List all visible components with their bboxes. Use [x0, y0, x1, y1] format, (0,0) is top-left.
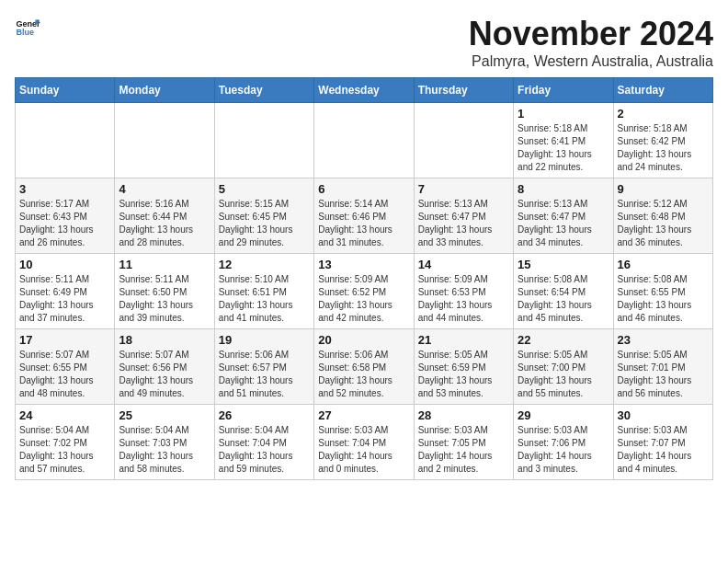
cell-info-text: Sunrise: 5:03 AM Sunset: 7:05 PM Dayligh… — [418, 424, 509, 476]
header: General Blue November 2024 Palmyra, West… — [15, 15, 713, 70]
cell-day-number: 28 — [418, 408, 509, 422]
cell-info-text: Sunrise: 5:09 AM Sunset: 6:52 PM Dayligh… — [318, 273, 409, 325]
calendar-table: Sunday Monday Tuesday Wednesday Thursday… — [15, 77, 713, 480]
cell-info-text: Sunrise: 5:14 AM Sunset: 6:46 PM Dayligh… — [318, 198, 409, 249]
table-row: 25Sunrise: 5:04 AM Sunset: 7:03 PM Dayli… — [115, 405, 214, 480]
title-area: November 2024 Palmyra, Western Australia… — [469, 15, 713, 70]
cell-info-text: Sunrise: 5:04 AM Sunset: 7:04 PM Dayligh… — [219, 424, 310, 476]
calendar-header-row: Sunday Monday Tuesday Wednesday Thursday… — [16, 78, 713, 103]
table-row — [414, 103, 513, 178]
cell-day-number: 23 — [618, 333, 709, 347]
table-row — [214, 103, 313, 178]
calendar-week-row: 17Sunrise: 5:07 AM Sunset: 6:55 PM Dayli… — [16, 329, 713, 405]
cell-info-text: Sunrise: 5:12 AM Sunset: 6:48 PM Dayligh… — [618, 198, 709, 249]
cell-day-number: 22 — [518, 333, 609, 347]
table-row — [115, 103, 214, 178]
cell-info-text: Sunrise: 5:16 AM Sunset: 6:44 PM Dayligh… — [119, 198, 210, 249]
cell-day-number: 9 — [618, 182, 709, 196]
cell-info-text: Sunrise: 5:05 AM Sunset: 7:01 PM Dayligh… — [618, 349, 709, 400]
table-row: 1Sunrise: 5:18 AM Sunset: 6:41 PM Daylig… — [514, 103, 613, 178]
location-title: Palmyra, Western Australia, Australia — [469, 53, 713, 70]
cell-day-number: 24 — [19, 408, 110, 422]
table-row: 5Sunrise: 5:15 AM Sunset: 6:45 PM Daylig… — [214, 178, 313, 254]
cell-day-number: 30 — [618, 408, 709, 422]
cell-info-text: Sunrise: 5:18 AM Sunset: 6:41 PM Dayligh… — [518, 122, 609, 174]
cell-info-text: Sunrise: 5:07 AM Sunset: 6:56 PM Dayligh… — [119, 349, 210, 400]
table-row: 7Sunrise: 5:13 AM Sunset: 6:47 PM Daylig… — [414, 178, 513, 254]
table-row: 22Sunrise: 5:05 AM Sunset: 7:00 PM Dayli… — [514, 329, 613, 405]
cell-day-number: 18 — [119, 333, 210, 347]
cell-day-number: 17 — [19, 333, 110, 347]
cell-day-number: 4 — [119, 182, 210, 196]
table-row: 20Sunrise: 5:06 AM Sunset: 6:58 PM Dayli… — [314, 329, 414, 405]
cell-info-text: Sunrise: 5:09 AM Sunset: 6:53 PM Dayligh… — [418, 273, 509, 325]
cell-info-text: Sunrise: 5:11 AM Sunset: 6:49 PM Dayligh… — [19, 273, 110, 325]
table-row: 9Sunrise: 5:12 AM Sunset: 6:48 PM Daylig… — [613, 178, 712, 254]
cell-info-text: Sunrise: 5:18 AM Sunset: 6:42 PM Dayligh… — [618, 122, 709, 174]
cell-info-text: Sunrise: 5:07 AM Sunset: 6:55 PM Dayligh… — [19, 349, 110, 400]
month-title: November 2024 — [469, 15, 713, 53]
cell-info-text: Sunrise: 5:08 AM Sunset: 6:55 PM Dayligh… — [618, 273, 709, 325]
cell-day-number: 15 — [518, 258, 609, 271]
cell-day-number: 25 — [119, 408, 210, 422]
col-friday: Friday — [514, 78, 613, 103]
table-row: 27Sunrise: 5:03 AM Sunset: 7:04 PM Dayli… — [314, 405, 414, 480]
cell-day-number: 11 — [119, 258, 210, 271]
cell-info-text: Sunrise: 5:03 AM Sunset: 7:07 PM Dayligh… — [618, 424, 709, 476]
cell-day-number: 14 — [418, 258, 509, 271]
table-row: 4Sunrise: 5:16 AM Sunset: 6:44 PM Daylig… — [115, 178, 214, 254]
table-row — [16, 103, 115, 178]
table-row: 10Sunrise: 5:11 AM Sunset: 6:49 PM Dayli… — [16, 254, 115, 329]
cell-day-number: 13 — [318, 258, 409, 271]
cell-info-text: Sunrise: 5:03 AM Sunset: 7:04 PM Dayligh… — [318, 424, 409, 476]
table-row: 29Sunrise: 5:03 AM Sunset: 7:06 PM Dayli… — [514, 405, 613, 480]
cell-day-number: 6 — [318, 182, 409, 196]
table-row: 8Sunrise: 5:13 AM Sunset: 6:47 PM Daylig… — [514, 178, 613, 254]
table-row: 26Sunrise: 5:04 AM Sunset: 7:04 PM Dayli… — [214, 405, 313, 480]
table-row: 15Sunrise: 5:08 AM Sunset: 6:54 PM Dayli… — [514, 254, 613, 329]
col-monday: Monday — [115, 78, 214, 103]
logo-icon: General Blue — [15, 15, 40, 40]
calendar-week-row: 3Sunrise: 5:17 AM Sunset: 6:43 PM Daylig… — [16, 178, 713, 254]
table-row: 24Sunrise: 5:04 AM Sunset: 7:02 PM Dayli… — [16, 405, 115, 480]
col-tuesday: Tuesday — [214, 78, 313, 103]
cell-day-number: 21 — [418, 333, 509, 347]
cell-day-number: 12 — [219, 258, 310, 271]
table-row: 30Sunrise: 5:03 AM Sunset: 7:07 PM Dayli… — [613, 405, 712, 480]
table-row: 13Sunrise: 5:09 AM Sunset: 6:52 PM Dayli… — [314, 254, 414, 329]
cell-day-number: 2 — [618, 107, 709, 121]
table-row: 23Sunrise: 5:05 AM Sunset: 7:01 PM Dayli… — [613, 329, 712, 405]
cell-day-number: 8 — [518, 182, 609, 196]
cell-info-text: Sunrise: 5:06 AM Sunset: 6:57 PM Dayligh… — [219, 349, 310, 400]
table-row: 3Sunrise: 5:17 AM Sunset: 6:43 PM Daylig… — [16, 178, 115, 254]
table-row: 11Sunrise: 5:11 AM Sunset: 6:50 PM Dayli… — [115, 254, 214, 329]
table-row: 16Sunrise: 5:08 AM Sunset: 6:55 PM Dayli… — [613, 254, 712, 329]
cell-day-number: 20 — [318, 333, 409, 347]
cell-info-text: Sunrise: 5:06 AM Sunset: 6:58 PM Dayligh… — [318, 349, 409, 400]
col-wednesday: Wednesday — [314, 78, 414, 103]
cell-info-text: Sunrise: 5:10 AM Sunset: 6:51 PM Dayligh… — [219, 273, 310, 325]
cell-day-number: 3 — [19, 182, 110, 196]
svg-text:Blue: Blue — [16, 28, 34, 37]
cell-info-text: Sunrise: 5:13 AM Sunset: 6:47 PM Dayligh… — [518, 198, 609, 249]
cell-day-number: 16 — [618, 258, 709, 271]
cell-day-number: 27 — [318, 408, 409, 422]
logo: General Blue — [15, 15, 40, 40]
cell-info-text: Sunrise: 5:04 AM Sunset: 7:03 PM Dayligh… — [119, 424, 210, 476]
cell-day-number: 19 — [219, 333, 310, 347]
calendar-week-row: 1Sunrise: 5:18 AM Sunset: 6:41 PM Daylig… — [16, 103, 713, 178]
col-sunday: Sunday — [16, 78, 115, 103]
table-row: 2Sunrise: 5:18 AM Sunset: 6:42 PM Daylig… — [613, 103, 712, 178]
cell-day-number: 26 — [219, 408, 310, 422]
cell-info-text: Sunrise: 5:05 AM Sunset: 7:00 PM Dayligh… — [518, 349, 609, 400]
cell-day-number: 5 — [219, 182, 310, 196]
cell-info-text: Sunrise: 5:13 AM Sunset: 6:47 PM Dayligh… — [418, 198, 509, 249]
table-row: 21Sunrise: 5:05 AM Sunset: 6:59 PM Dayli… — [414, 329, 513, 405]
calendar-week-row: 10Sunrise: 5:11 AM Sunset: 6:49 PM Dayli… — [16, 254, 713, 329]
table-row: 12Sunrise: 5:10 AM Sunset: 6:51 PM Dayli… — [214, 254, 313, 329]
cell-info-text: Sunrise: 5:08 AM Sunset: 6:54 PM Dayligh… — [518, 273, 609, 325]
table-row — [314, 103, 414, 178]
col-saturday: Saturday — [613, 78, 712, 103]
table-row: 17Sunrise: 5:07 AM Sunset: 6:55 PM Dayli… — [16, 329, 115, 405]
col-thursday: Thursday — [414, 78, 513, 103]
